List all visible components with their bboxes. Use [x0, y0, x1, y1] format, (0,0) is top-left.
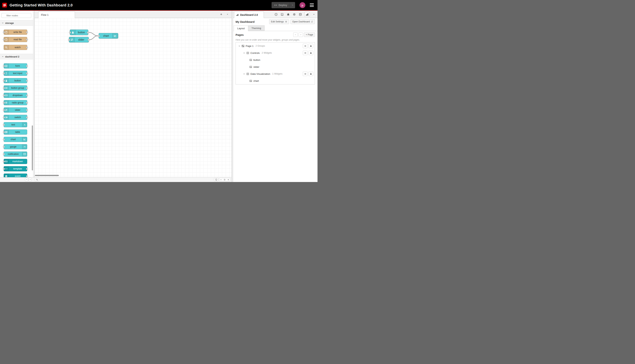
visibility-button[interactable] [303, 44, 308, 48]
palette-node-table[interactable]: table [4, 130, 27, 134]
node-port [3, 124, 5, 126]
minus-icon [220, 179, 222, 181]
filter-nodes-input[interactable] [2, 13, 31, 18]
port-input[interactable] [68, 39, 70, 41]
user-avatar[interactable]: jp [300, 2, 305, 8]
tree-row-chart[interactable]: chart [236, 77, 315, 84]
flow-canvas[interactable]: button slider chart [35, 18, 232, 177]
eye-icon [304, 52, 306, 54]
palette-node-gauge[interactable]: gauge [4, 144, 27, 149]
visibility-button[interactable] [303, 72, 308, 76]
node-port [3, 109, 5, 111]
context-tab-button[interactable] [298, 12, 302, 16]
tree-row-controls[interactable]: Controls 2 Widgets [236, 50, 315, 56]
page-icon [242, 45, 244, 48]
pages-heading: Pages [236, 33, 292, 36]
collapse-palette-categories-button[interactable] [25, 178, 28, 181]
zoom-in-button[interactable] [226, 178, 230, 181]
palette-node-text-input[interactable]: text input [4, 71, 27, 76]
edit-settings-button[interactable]: Edit Settings [269, 19, 289, 24]
node-port [3, 161, 5, 162]
chevron-down-icon[interactable] [238, 45, 240, 47]
wire[interactable] [89, 32, 98, 36]
add-page-button[interactable]: + Page [304, 32, 315, 37]
node-port [26, 39, 28, 40]
line-chart-icon [22, 137, 27, 142]
lock-button[interactable] [309, 51, 313, 55]
tree-row-page-1[interactable]: Page 1 2 Groups [236, 42, 315, 50]
sidebar-splitter[interactable] [232, 11, 233, 182]
deploy-options-button[interactable] [290, 2, 295, 8]
chevron-down-icon[interactable] [243, 73, 245, 75]
palette-node-read-file[interactable]: read file [4, 37, 27, 42]
visibility-button[interactable] [303, 51, 308, 55]
palette-node-button[interactable]: button [4, 78, 27, 83]
move-page-up-button[interactable] [293, 32, 298, 37]
flow-node-chart[interactable]: chart [99, 33, 118, 38]
gear-icon [293, 13, 296, 16]
port-output[interactable] [87, 32, 89, 34]
tree-row-button[interactable]: button [236, 56, 315, 63]
map-icon [215, 178, 217, 181]
palette-node-chart[interactable]: chart [4, 137, 27, 142]
palette-node-slider[interactable]: slider [4, 108, 27, 112]
lock-button[interactable] [309, 72, 313, 76]
dashboard-tab-button[interactable] [304, 12, 310, 17]
tab-theming[interactable]: Theming [248, 25, 265, 31]
debug-tab-button[interactable] [286, 12, 290, 16]
port-output[interactable] [88, 39, 90, 41]
tree-row-slider[interactable]: slider [236, 63, 315, 70]
canvas-horizontal-scrollbar[interactable] [35, 175, 59, 176]
tab-layout[interactable]: Layout [234, 26, 248, 31]
node-port [26, 87, 28, 89]
config-tab-button[interactable] [292, 12, 296, 16]
palette-category-storage[interactable]: storage [0, 20, 33, 26]
port-input[interactable] [98, 35, 100, 37]
move-page-down-button[interactable] [299, 32, 303, 37]
palette-node-text[interactable]: A text [4, 122, 27, 127]
port-input[interactable] [69, 32, 71, 34]
help-tab-button[interactable] [280, 12, 284, 16]
bar-chart-icon [236, 14, 239, 16]
flow-node-slider[interactable]: slider [69, 37, 89, 42]
sidebar-menu-button[interactable] [312, 12, 316, 16]
chevron-down-icon [29, 179, 31, 180]
palette-node-dropdown[interactable]: dropdown [4, 93, 27, 98]
bug-icon [287, 13, 290, 16]
main-menu-button[interactable] [310, 4, 314, 7]
add-flow-button[interactable] [219, 12, 223, 16]
wire[interactable] [90, 36, 98, 40]
palette-node-switch[interactable]: switch [4, 115, 27, 120]
zoom-out-button[interactable] [219, 178, 223, 181]
flow-list-button[interactable] [226, 12, 229, 16]
palette-scrollbar[interactable] [32, 126, 33, 170]
chevron-down-icon [300, 34, 302, 36]
palette-category-dashboard-2[interactable]: dashboard 2 [0, 54, 33, 59]
palette-node-watch[interactable]: watch [4, 45, 27, 50]
tab-dashboard-2[interactable]: Dashboard 2.0 [234, 12, 264, 18]
search-flows-button[interactable] [35, 178, 39, 181]
palette-node-markdown[interactable]: markdown [4, 159, 27, 164]
palette-node-button-group[interactable]: button group [4, 86, 27, 90]
open-dashboard-button[interactable]: Open Dashboard [291, 19, 315, 24]
palette-node-notification[interactable]: notification [4, 152, 27, 157]
palette-node-template[interactable]: template [4, 166, 27, 171]
flow-node-button[interactable]: button [70, 30, 88, 35]
lock-button[interactable] [309, 44, 313, 48]
navigator-toggle-button[interactable] [214, 178, 219, 181]
tree-row-data-visualization[interactable]: Data Visualization 1 Widgets [236, 70, 315, 77]
info-tab-button[interactable] [274, 12, 278, 16]
chevron-down-icon[interactable] [243, 52, 245, 54]
palette-splitter[interactable] [33, 11, 35, 177]
palette-node-write-file[interactable]: write file [4, 30, 27, 35]
deploy-button[interactable]: Deploy [272, 2, 290, 8]
tab-flow-1[interactable]: Flow 1 [38, 12, 75, 18]
expand-palette-categories-button[interactable] [29, 178, 32, 181]
palette-node-event[interactable]: event [4, 174, 27, 177]
node-port [3, 94, 5, 96]
gauge-icon [22, 144, 27, 149]
node-port [3, 32, 5, 33]
palette-node-form[interactable]: form [4, 63, 27, 68]
palette-node-radio-group[interactable]: radio group [4, 100, 27, 105]
zoom-reset-button[interactable] [223, 178, 227, 181]
